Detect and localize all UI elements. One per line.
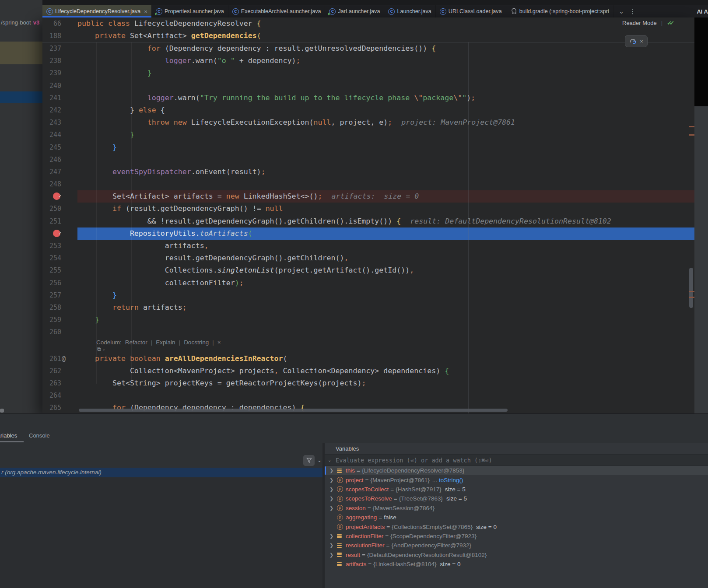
tab-console[interactable]: Console bbox=[29, 430, 50, 443]
ai-assistant-label[interactable]: AI A bbox=[679, 8, 708, 15]
line-number[interactable]: 66 bbox=[53, 18, 61, 30]
line-number[interactable]: 263 bbox=[49, 377, 61, 389]
line-number[interactable]: 253 bbox=[49, 240, 61, 252]
gutter[interactable]: 265 bbox=[42, 402, 77, 413]
gutter[interactable]: 259 bbox=[42, 314, 77, 326]
gutter[interactable]: 257 bbox=[42, 289, 77, 301]
kebab-menu-icon[interactable]: ⋮ bbox=[627, 7, 638, 15]
gutter[interactable]: 262 bbox=[42, 365, 77, 377]
line-number[interactable]: 261 bbox=[49, 353, 61, 365]
variable-row[interactable]: ❯psession={MavenSession@7864} bbox=[325, 504, 708, 513]
inspections-ok-icon[interactable]: ✔✔ bbox=[667, 20, 674, 26]
project-root-item[interactable]: /spring-bootv3 bbox=[1, 19, 39, 26]
reader-mode-label[interactable]: Reader Mode bbox=[622, 20, 657, 26]
variable-row[interactable]: ❯pscopesToCollect={HashSet@7917}size = 5 bbox=[325, 485, 708, 494]
editor-tab[interactable]: CJarLauncher.java bbox=[325, 5, 384, 18]
gutter[interactable]: 239 bbox=[42, 67, 77, 79]
gutter[interactable]: 238 bbox=[42, 55, 77, 67]
line-number[interactable]: 242 bbox=[49, 104, 61, 116]
codeium-action-docstring[interactable]: Docstring bbox=[184, 339, 209, 346]
expand-chevron-icon[interactable]: ❯ bbox=[329, 533, 337, 539]
variable-row[interactable]: paggregating=false bbox=[325, 513, 708, 522]
line-number[interactable]: 247 bbox=[49, 166, 61, 178]
line-number[interactable]: 237 bbox=[49, 42, 61, 55]
line-number[interactable]: 244 bbox=[49, 129, 61, 141]
to-string-link[interactable]: toString() bbox=[437, 477, 463, 483]
vertical-scrollbar[interactable] bbox=[689, 268, 693, 308]
line-number[interactable]: 245 bbox=[49, 141, 61, 154]
gutter[interactable]: 258 bbox=[42, 301, 77, 314]
error-stripe-mark[interactable] bbox=[689, 126, 694, 127]
error-stripe-mark[interactable] bbox=[689, 297, 694, 298]
breakpoint-icon[interactable] bbox=[53, 192, 60, 200]
line-number[interactable]: 264 bbox=[49, 389, 61, 402]
gutter[interactable]: 242 bbox=[42, 104, 77, 116]
editor-tab[interactable]: CPropertiesLauncher.java bbox=[152, 5, 228, 18]
editor-tab[interactable]: CLifecycleDependencyResolver.java× bbox=[42, 5, 152, 18]
line-number[interactable]: 260 bbox=[49, 326, 61, 338]
gutter[interactable]: 66 bbox=[42, 18, 77, 30]
gutter[interactable]: 188 bbox=[42, 30, 77, 42]
gutter[interactable]: 245 bbox=[42, 141, 77, 154]
editor-tab[interactable]: build.gradle (:spring-boot-project:spri bbox=[506, 5, 613, 18]
editor-tab[interactable]: CExecutableArchiveLauncher.java bbox=[228, 5, 326, 18]
gutter[interactable]: 244 bbox=[42, 129, 77, 141]
variable-row[interactable]: ❯resolutionFilter={AndDependencyFilter@7… bbox=[325, 541, 708, 550]
gutter[interactable]: 263 bbox=[42, 377, 77, 389]
tab-variables[interactable]: Variables bbox=[0, 430, 24, 443]
line-number[interactable]: 255 bbox=[49, 264, 61, 276]
variable-row[interactable]: pprojectArtifacts={Collections$EmptySet@… bbox=[325, 522, 708, 531]
line-number[interactable]: 262 bbox=[49, 365, 61, 377]
horizontal-scrollbar[interactable] bbox=[79, 409, 508, 412]
variable-row[interactable]: ❯pscopesToResolve={TreeSet@7863}size = 5 bbox=[325, 494, 708, 503]
close-icon[interactable]: × bbox=[144, 8, 147, 15]
line-number[interactable]: 239 bbox=[49, 67, 61, 79]
stack-frame-selected[interactable]: r (org.apache.maven.lifecycle.internal) bbox=[0, 468, 322, 477]
line-number[interactable]: 254 bbox=[49, 252, 61, 264]
gutter[interactable]: 254 bbox=[42, 252, 77, 264]
gutter[interactable]: 240 bbox=[42, 80, 77, 92]
error-stripe-mark[interactable] bbox=[689, 134, 694, 136]
variable-row[interactable]: ❯result={DefaultDependencyResolutionResu… bbox=[325, 550, 708, 560]
expand-chevron-icon[interactable]: ❯ bbox=[329, 486, 337, 492]
error-stripe-mark[interactable] bbox=[689, 291, 694, 292]
gutter[interactable]: 256 bbox=[42, 277, 77, 289]
gutter[interactable] bbox=[42, 190, 77, 203]
line-number[interactable]: 188 bbox=[49, 30, 61, 42]
gutter[interactable]: 253 bbox=[42, 240, 77, 252]
annotation-gutter-icon[interactable]: @ bbox=[62, 353, 66, 365]
gutter[interactable]: 260 bbox=[42, 326, 77, 338]
variable-row[interactable]: ❯this={LifecycleDependencyResolver@7853} bbox=[325, 466, 708, 475]
variable-row[interactable]: ❯pproject={MavenProject@7861}...toString… bbox=[325, 475, 708, 484]
editor-tab[interactable]: CLauncher.java bbox=[384, 5, 435, 18]
project-tree-highlight-row[interactable] bbox=[0, 42, 42, 64]
expand-chevron-icon[interactable]: ❯ bbox=[329, 477, 337, 483]
line-number[interactable]: 257 bbox=[49, 289, 61, 301]
line-number[interactable]: 256 bbox=[49, 277, 61, 289]
line-number[interactable]: 251 bbox=[49, 215, 61, 228]
line-number[interactable]: 238 bbox=[49, 55, 61, 67]
breakpoint-icon[interactable] bbox=[53, 230, 60, 237]
line-number[interactable]: 240 bbox=[49, 80, 61, 92]
chevron-down-icon[interactable]: ⌄ bbox=[102, 347, 106, 351]
codeium-action-refactor[interactable]: Refactor bbox=[125, 339, 147, 346]
line-number[interactable]: 258 bbox=[49, 301, 61, 314]
line-number[interactable]: 243 bbox=[49, 116, 61, 129]
line-number[interactable]: 259 bbox=[49, 314, 61, 326]
filter-button[interactable] bbox=[303, 455, 315, 466]
ai-refresh-icon[interactable] bbox=[629, 38, 637, 45]
expand-chevron-icon[interactable]: ❯ bbox=[329, 505, 337, 511]
variable-row[interactable]: artifacts={LinkedHashSet@8104}size = 0 bbox=[325, 560, 708, 569]
codeium-action-explain[interactable]: Explain bbox=[156, 339, 175, 346]
chevron-down-icon[interactable]: ⌄ bbox=[328, 455, 331, 466]
gutter[interactable]: 243 bbox=[42, 116, 77, 129]
close-icon[interactable]: × bbox=[640, 38, 643, 45]
gutter[interactable] bbox=[42, 228, 77, 240]
gutter[interactable]: 251 bbox=[42, 215, 77, 228]
gutter[interactable]: 264 bbox=[42, 389, 77, 402]
gutter[interactable]: 241 bbox=[42, 92, 77, 104]
gutter[interactable]: 261@ bbox=[42, 353, 77, 365]
project-panel-scrollbar[interactable] bbox=[0, 409, 4, 413]
expand-chevron-icon[interactable]: ❯ bbox=[329, 542, 337, 548]
editor-tab[interactable]: CURLClassLoader.java bbox=[436, 5, 506, 18]
